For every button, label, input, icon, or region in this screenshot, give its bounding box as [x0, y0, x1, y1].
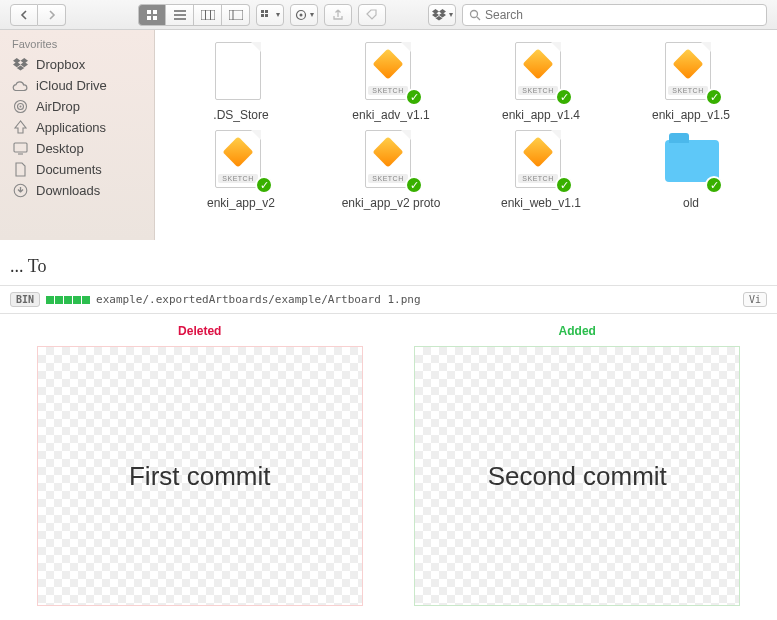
- file-item[interactable]: SKETCH✓enki_adv_v1.1: [327, 42, 455, 122]
- sidebar-item-desktop[interactable]: Desktop: [0, 138, 154, 159]
- file-type-tag: SKETCH: [518, 174, 558, 183]
- section-label: ... To: [0, 240, 777, 285]
- sketch-diamond-icon: [522, 48, 553, 79]
- view-file-button[interactable]: Vi: [743, 292, 767, 307]
- share-icon: [332, 9, 344, 21]
- sketch-diamond-icon: [222, 136, 253, 167]
- sketch-diamond-icon: [372, 48, 403, 79]
- sketch-file-icon: SKETCH: [515, 130, 561, 188]
- sidebar-header: Favorites: [0, 36, 154, 54]
- added-image: Second commit: [414, 346, 740, 606]
- svg-rect-4: [201, 10, 215, 20]
- tags-button[interactable]: [358, 4, 386, 26]
- sidebar-item-label: Downloads: [36, 183, 100, 198]
- file-label: enki_app_v1.4: [502, 108, 580, 122]
- file-label: enki_adv_v1.1: [352, 108, 429, 122]
- synced-check-icon: ✓: [405, 88, 423, 106]
- svg-rect-6: [261, 10, 264, 13]
- added-image-text: Second commit: [488, 461, 667, 492]
- file-label: .DS_Store: [213, 108, 268, 122]
- documents-icon: [12, 162, 28, 177]
- share-button[interactable]: [324, 4, 352, 26]
- sidebar-item-documents[interactable]: Documents: [0, 159, 154, 180]
- sidebar-item-applications[interactable]: Applications: [0, 117, 154, 138]
- sketch-file-icon: SKETCH: [365, 130, 411, 188]
- chevron-right-icon: [48, 10, 56, 20]
- sidebar-item-airdrop[interactable]: AirDrop: [0, 96, 154, 117]
- view-list-button[interactable]: [166, 4, 194, 26]
- airdrop-icon: [12, 99, 28, 114]
- sidebar-item-downloads[interactable]: Downloads: [0, 180, 154, 201]
- synced-check-icon: ✓: [555, 88, 573, 106]
- sketch-file-icon: SKETCH: [215, 130, 261, 188]
- sidebar-item-label: Documents: [36, 162, 102, 177]
- file-item[interactable]: .DS_Store: [177, 42, 305, 122]
- view-icons-button[interactable]: [138, 4, 166, 26]
- dropdown-caret-icon: ▾: [310, 10, 314, 19]
- svg-rect-16: [14, 143, 27, 152]
- file-item[interactable]: SKETCH✓enki_web_v1.1: [477, 130, 605, 210]
- file-icon: [215, 42, 261, 100]
- tag-icon: [366, 9, 378, 21]
- apps-icon: [12, 120, 28, 135]
- sketch-file-icon: SKETCH: [515, 42, 561, 100]
- diff-file-path: example/.exportedArtboards/example/Artbo…: [96, 293, 421, 306]
- dropbox-toolbar-button[interactable]: ▾: [428, 4, 456, 26]
- file-item[interactable]: ✓old: [627, 130, 755, 210]
- nav-buttons: [10, 4, 66, 26]
- forward-button[interactable]: [38, 4, 66, 26]
- sidebar-item-label: Desktop: [36, 141, 84, 156]
- arrange-button[interactable]: ▾: [256, 4, 284, 26]
- diff-stat-blocks: [46, 296, 90, 304]
- file-item[interactable]: SKETCH✓enki_app_v2: [177, 130, 305, 210]
- action-button[interactable]: ▾: [290, 4, 318, 26]
- cloud-icon: [12, 80, 28, 91]
- file-type-tag: SKETCH: [218, 174, 258, 183]
- dropbox-icon: [12, 58, 28, 71]
- file-label: old: [683, 196, 699, 210]
- deleted-image-text: First commit: [129, 461, 271, 492]
- file-label: enki_app_v2 proto: [342, 196, 441, 210]
- gallery-icon: [229, 10, 243, 20]
- view-gallery-button[interactable]: [222, 4, 250, 26]
- columns-icon: [201, 10, 215, 20]
- view-mode-buttons: [138, 4, 250, 26]
- sidebar-item-dropbox[interactable]: Dropbox: [0, 54, 154, 75]
- deleted-image: First commit: [37, 346, 363, 606]
- dropdown-caret-icon: ▾: [276, 10, 280, 19]
- file-item[interactable]: SKETCH✓enki_app_v2 proto: [327, 130, 455, 210]
- sketch-diamond-icon: [372, 136, 403, 167]
- grid-icon: [146, 9, 158, 21]
- bin-badge: BIN: [10, 292, 40, 307]
- search-field[interactable]: [462, 4, 767, 26]
- file-type-tag: SKETCH: [518, 86, 558, 95]
- synced-check-icon: ✓: [405, 176, 423, 194]
- sidebar-item-icloud[interactable]: iCloud Drive: [0, 75, 154, 96]
- file-type-tag: SKETCH: [668, 86, 708, 95]
- svg-point-11: [299, 13, 302, 16]
- file-label: enki_web_v1.1: [501, 196, 581, 210]
- search-icon: [469, 9, 481, 21]
- list-icon: [174, 10, 186, 20]
- back-button[interactable]: [10, 4, 38, 26]
- file-item[interactable]: SKETCH✓enki_app_v1.5: [627, 42, 755, 122]
- file-grid: .DS_StoreSKETCH✓enki_adv_v1.1SKETCH✓enki…: [155, 30, 777, 240]
- svg-rect-5: [229, 10, 243, 20]
- search-input[interactable]: [485, 8, 760, 22]
- finder-toolbar: ▾ ▾ ▾: [0, 0, 777, 30]
- sidebar-item-label: Dropbox: [36, 57, 85, 72]
- diff-deleted-col: Deleted First commit: [14, 324, 386, 606]
- synced-check-icon: ✓: [705, 88, 723, 106]
- sidebar-item-label: AirDrop: [36, 99, 80, 114]
- sidebar-item-label: Applications: [36, 120, 106, 135]
- svg-rect-2: [147, 16, 151, 20]
- svg-rect-7: [265, 10, 268, 13]
- download-icon: [12, 183, 28, 198]
- sidebar-item-label: iCloud Drive: [36, 78, 107, 93]
- file-item[interactable]: SKETCH✓enki_app_v1.4: [477, 42, 605, 122]
- view-columns-button[interactable]: [194, 4, 222, 26]
- sketch-file-icon: SKETCH: [665, 42, 711, 100]
- sidebar: Favorites Dropbox iCloud Drive AirDrop A…: [0, 30, 155, 240]
- sketch-diamond-icon: [522, 136, 553, 167]
- svg-rect-1: [153, 10, 157, 14]
